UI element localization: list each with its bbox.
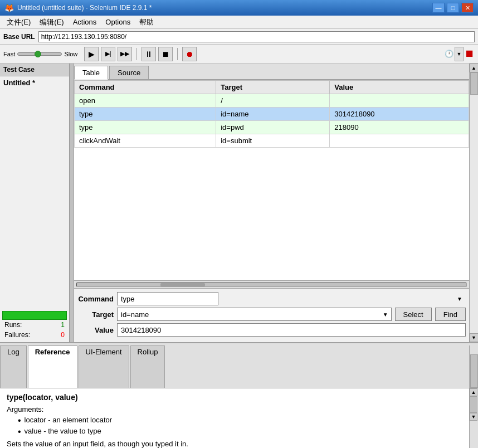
- value-cell: 3014218090: [330, 108, 469, 121]
- target-cell: id=name: [216, 108, 330, 121]
- speed-slow-label: Slow: [64, 51, 77, 57]
- col-value: Value: [330, 81, 469, 94]
- cmd-cell: type: [75, 108, 216, 121]
- table-row[interactable]: clickAndWait id=submit: [75, 134, 469, 148]
- speed-thumb: [35, 51, 41, 57]
- col-command: Command: [75, 81, 216, 94]
- stop-button[interactable]: ⏹: [158, 47, 173, 61]
- target-row: Target ▼ Select Find: [77, 308, 466, 321]
- cmd-cell: type: [75, 121, 216, 134]
- window-controls: — □ ✕: [432, 3, 474, 13]
- command-label: Command: [77, 295, 114, 303]
- bullet-2: •: [18, 427, 21, 436]
- speed-track[interactable]: [17, 52, 62, 56]
- menu-help[interactable]: 帮助: [135, 16, 158, 28]
- scroll-down-btn[interactable]: ▼: [470, 333, 479, 342]
- table-row[interactable]: open /: [75, 94, 469, 108]
- base-url-input[interactable]: [38, 31, 475, 42]
- tab-reference[interactable]: Reference: [28, 345, 77, 388]
- table-row[interactable]: type id=name 3014218090: [75, 108, 469, 121]
- timer-dropdown[interactable]: ▼: [455, 47, 464, 61]
- col-target: Target: [216, 81, 330, 94]
- maximize-button[interactable]: □: [447, 3, 459, 13]
- bottom-panel: Log Reference UI-Element Rollup type(loc…: [0, 342, 478, 448]
- value-input[interactable]: [117, 323, 466, 337]
- command-select-wrapper: ▼: [117, 292, 466, 305]
- bottom-right-scrollbar[interactable]: ▲ ▼: [469, 388, 478, 448]
- scroll-thumb: [470, 72, 478, 95]
- reference-arg-2: • value - the value to type: [18, 427, 462, 436]
- minimize-button[interactable]: —: [432, 3, 445, 13]
- test-case-header: Test Case: [0, 64, 69, 76]
- bottom-v-thumb: [470, 396, 477, 413]
- reference-more: Sets the value of an input field, as tho…: [7, 440, 462, 448]
- failures-stats: Failures: 0: [2, 330, 67, 340]
- runs-value: 1: [61, 321, 65, 329]
- select-button[interactable]: Select: [395, 308, 432, 321]
- reference-args-label: Arguments:: [7, 405, 462, 413]
- close-button[interactable]: ✕: [461, 3, 474, 13]
- progress-bar: [2, 311, 67, 320]
- bullet-1: •: [18, 416, 21, 425]
- command-input-area: Command ▼ Target ▼ Select Find: [74, 288, 469, 342]
- menu-bar: 文件(E) 编辑(E) Actions Options 帮助: [0, 16, 478, 29]
- runs-label: Runs:: [4, 321, 22, 329]
- target-cell: /: [216, 94, 330, 108]
- tab-ui-element[interactable]: UI-Element: [79, 345, 129, 388]
- timer-icon: 🕐: [445, 50, 453, 58]
- toolbar-sep-1: [136, 48, 137, 60]
- record-button[interactable]: ⏺: [182, 47, 197, 61]
- failures-label: Failures:: [4, 331, 30, 339]
- tab-log[interactable]: Log: [0, 345, 27, 388]
- bottom-tab-bar: Log Reference UI-Element Rollup: [0, 343, 478, 388]
- tab-table[interactable]: Table: [74, 66, 108, 80]
- value-cell: 218090: [330, 121, 469, 134]
- target-cell: id=submit: [216, 134, 330, 148]
- toolbar: Fast Slow ▶ ▶| ▶▶ ⏸ ⏹ ⏺ 🕐 ▼ ⏹: [0, 45, 478, 64]
- arg-2-text: value - the value to type: [25, 427, 101, 435]
- url-bar: Base URL: [0, 29, 478, 45]
- value-cell: [330, 134, 469, 148]
- menu-options[interactable]: Options: [101, 17, 135, 27]
- timer-area: 🕐 ▼ ⏹: [445, 47, 475, 61]
- run-step-button[interactable]: ▶|: [101, 47, 115, 61]
- menu-file[interactable]: 文件(E): [2, 16, 35, 28]
- value-cell: [330, 94, 469, 108]
- scroll-up-btn[interactable]: ▲: [470, 64, 479, 72]
- h-scroll-thumb: [160, 283, 205, 286]
- table-row[interactable]: type id=pwd 218090: [75, 121, 469, 134]
- arg-1-text: locator - an element locator: [25, 416, 113, 424]
- run-all-button[interactable]: ▶: [84, 47, 99, 61]
- command-table-scroll[interactable]: Command Target Value open / type: [74, 80, 469, 280]
- target-select-wrapper: ▼: [117, 308, 392, 321]
- command-row: Command ▼: [77, 292, 466, 305]
- menu-edit[interactable]: 编辑(E): [35, 16, 68, 28]
- toolbar-sep-2: [177, 48, 178, 60]
- left-panel: Test Case Untitled * Runs: 1 Failures: 0: [0, 64, 70, 342]
- tab-source[interactable]: Source: [109, 66, 149, 79]
- test-case-item-untitled[interactable]: Untitled *: [0, 76, 69, 89]
- command-table: Command Target Value open / type: [74, 80, 469, 148]
- title-bar: 🦊 Untitled (untitled suite) - Selenium I…: [0, 0, 478, 16]
- target-label: Target: [77, 310, 114, 319]
- target-input[interactable]: [117, 308, 392, 321]
- right-panel: Table Source Command Target Value: [74, 64, 469, 342]
- bottom-scroll-up[interactable]: ▲: [470, 388, 477, 396]
- failures-value: 0: [61, 331, 65, 339]
- horizontal-scrollbar[interactable]: [74, 280, 469, 288]
- bottom-scrollbar[interactable]: [469, 345, 478, 388]
- resize-handle[interactable]: [70, 64, 74, 342]
- bottom-scroll-down[interactable]: ▼: [470, 413, 477, 421]
- run-slow-button[interactable]: ▶▶: [118, 47, 132, 61]
- tab-rollup[interactable]: Rollup: [130, 345, 165, 388]
- scroll-track[interactable]: [470, 72, 478, 333]
- vertical-scrollbar[interactable]: ▲ ▼: [469, 64, 478, 342]
- speed-control: Fast Slow: [3, 51, 77, 57]
- menu-actions[interactable]: Actions: [69, 17, 101, 27]
- bottom-scroll-thumb: [470, 354, 478, 388]
- bottom-scroll-track[interactable]: [470, 396, 478, 413]
- reference-content: type(locator, value) Arguments: • locato…: [0, 388, 469, 448]
- pause-button[interactable]: ⏸: [142, 47, 156, 61]
- find-button[interactable]: Find: [435, 308, 466, 321]
- command-input[interactable]: [117, 292, 218, 305]
